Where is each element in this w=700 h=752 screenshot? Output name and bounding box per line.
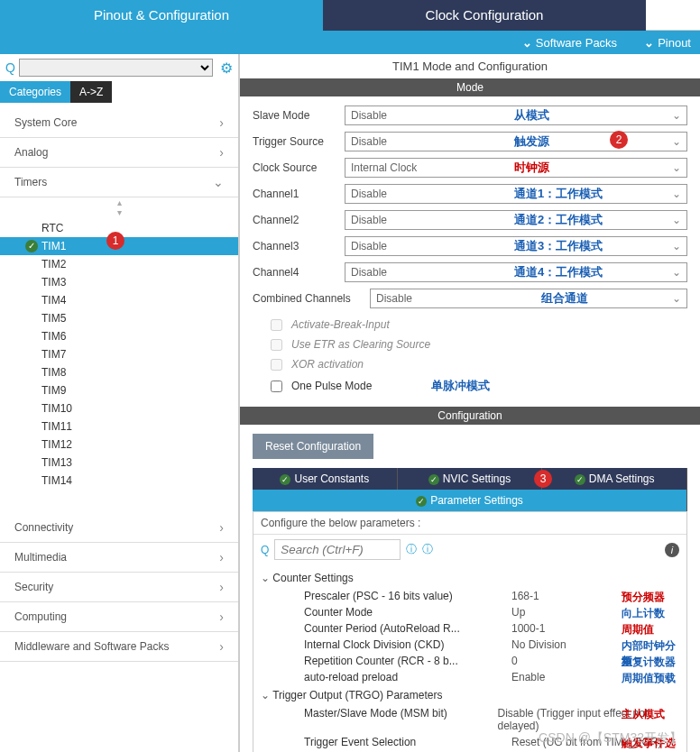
label-etr: Use ETR as Clearing Source <box>291 338 430 351</box>
reset-config-button[interactable]: Reset Configuration <box>253 434 373 459</box>
dropdown-software-packs[interactable]: Software Packs <box>522 36 644 50</box>
chevron-right-icon: › <box>219 610 224 624</box>
tab-parameter-settings[interactable]: Parameter Settings <box>253 490 687 511</box>
checkbox-one-pulse[interactable] <box>271 381 282 392</box>
label-channel2: Channel2 <box>253 214 345 226</box>
search-next-icon[interactable]: ⓘ <box>422 542 433 557</box>
label-break-input: Activate-Break-Input <box>291 318 390 331</box>
combo-channel3[interactable]: Disable <box>345 236 687 256</box>
section-middleware[interactable]: Middleware and Software Packs› <box>0 632 238 662</box>
ann-rcr: 重复计数器 <box>622 655 676 670</box>
tab-categories[interactable]: Categories <box>0 81 70 103</box>
timer-item-tim8[interactable]: TIM8 <box>0 363 238 381</box>
param-ckd-name: Internal Clock Division (CKD) <box>304 638 511 651</box>
label-xor: XOR activation <box>291 358 364 371</box>
param-counter-mode-name: Counter Mode <box>304 606 511 619</box>
combo-channel4[interactable]: Disable <box>345 262 687 282</box>
search-prev-icon[interactable]: ⓘ <box>406 542 417 557</box>
timer-item-tim13[interactable]: TIM13 <box>0 454 238 472</box>
label-one-pulse: One Pulse Mode <box>291 380 372 392</box>
combo-clock-source[interactable]: Internal Clock <box>345 158 687 178</box>
chevron-right-icon: › <box>219 550 224 564</box>
combo-channel2[interactable]: Disable <box>345 210 687 230</box>
section-timers[interactable]: Timers⌄ <box>0 168 238 197</box>
timer-item-tim7[interactable]: TIM7 <box>0 345 238 363</box>
timer-item-tim10[interactable]: TIM10 <box>0 399 238 417</box>
section-system-core[interactable]: System Core› <box>0 108 238 138</box>
chevron-down-icon: ⌄ <box>213 175 224 189</box>
timer-item-tim11[interactable]: TIM11 <box>0 417 238 436</box>
check-icon <box>575 472 585 485</box>
timer-item-tim9[interactable]: TIM9 <box>0 381 238 399</box>
section-multimedia[interactable]: Multimedia› <box>0 543 238 573</box>
timer-item-tim12[interactable]: TIM12 <box>0 436 238 454</box>
combo-channel1[interactable]: Disable <box>345 184 687 204</box>
callout-badge-3: 3 <box>534 470 552 488</box>
label-trigger-source: Trigger Source <box>253 135 345 148</box>
tab-pinout-config[interactable]: Pinout & Configuration <box>0 0 323 31</box>
tab-clock-config[interactable]: Clock Configuration <box>323 0 646 31</box>
checkbox-xor <box>271 359 282 371</box>
timer-item-tim14[interactable]: TIM14 <box>0 472 238 490</box>
tab-user-constants[interactable]: User Constants <box>253 468 398 490</box>
param-tes-name: Trigger Event Selection <box>304 736 511 748</box>
check-icon <box>416 494 427 507</box>
category-tree: System Core› Analog› Timers⌄ ▴▾ RTC TIM1… <box>0 103 238 752</box>
param-rcr-value[interactable]: 0 <box>511 655 602 667</box>
info-icon[interactable]: i <box>665 543 679 557</box>
ann-msm: 主从模式 <box>622 707 665 722</box>
chevron-right-icon: › <box>219 115 224 130</box>
param-title: Configure the below parameters : <box>253 512 686 535</box>
combo-slave-mode[interactable]: Disable <box>345 105 687 125</box>
peripheral-title: TIM1 Mode and Configuration <box>240 54 700 78</box>
grip-icon: ▴▾ <box>0 197 238 217</box>
param-search-input[interactable] <box>274 539 401 560</box>
param-rcr-name: Repetition Counter (RCR - 8 b... <box>304 655 511 667</box>
ann-tes: 触发事件选择 <box>622 736 679 752</box>
timer-item-tim3[interactable]: TIM3 <box>0 273 238 291</box>
search-icon: Q <box>261 544 269 556</box>
ann-psc: 预分频器 <box>622 590 665 605</box>
checkbox-etr <box>271 339 282 351</box>
param-counter-mode-value[interactable]: Up <box>511 606 602 619</box>
param-prescaler-value[interactable]: 168-1 <box>511 590 602 602</box>
search-select[interactable] <box>19 59 213 77</box>
param-prescaler-name: Prescaler (PSC - 16 bits value) <box>304 590 511 602</box>
param-ckd-value[interactable]: No Division <box>511 638 602 651</box>
gear-icon[interactable]: ⚙ <box>220 60 233 77</box>
callout-badge-1: 1 <box>106 232 124 250</box>
ann-period: 周期值 <box>622 622 654 637</box>
label-clock-source: Clock Source <box>253 161 345 174</box>
timer-item-tim5[interactable]: TIM5 <box>0 309 238 327</box>
param-preload-value[interactable]: Enable <box>511 671 602 683</box>
chevron-right-icon: › <box>219 145 224 160</box>
param-period-name: Counter Period (AutoReload R... <box>304 622 511 635</box>
group-counter-settings[interactable]: Counter Settings <box>261 572 679 584</box>
label-channel4: Channel4 <box>253 266 345 279</box>
timer-item-tim2[interactable]: TIM2 <box>0 255 238 273</box>
dropdown-pinout[interactable]: Pinout <box>644 36 700 50</box>
section-computing[interactable]: Computing› <box>0 602 238 632</box>
group-trgo[interactable]: Trigger Output (TRGO) Parameters <box>261 689 679 702</box>
combo-trigger-source[interactable]: Disable <box>345 132 687 151</box>
check-icon <box>428 472 439 485</box>
callout-badge-2: 2 <box>610 131 628 149</box>
ann-preload: 周期值预载 <box>622 671 676 686</box>
section-security[interactable]: Security› <box>0 573 238 602</box>
label-slave-mode: Slave Mode <box>253 109 345 122</box>
section-connectivity[interactable]: Connectivity› <box>0 513 238 543</box>
chevron-right-icon: › <box>219 520 224 535</box>
tab-az[interactable]: A->Z <box>70 81 112 103</box>
label-combined-channels: Combined Channels <box>253 292 370 305</box>
param-period-value[interactable]: 1000-1 <box>511 622 602 635</box>
param-preload-name: auto-reload preload <box>304 671 511 683</box>
label-channel1: Channel1 <box>253 188 345 200</box>
section-analog[interactable]: Analog› <box>0 138 238 168</box>
tab-blank <box>646 0 700 31</box>
label-channel3: Channel3 <box>253 240 345 252</box>
tab-dma-settings[interactable]: DMA Settings <box>542 468 687 490</box>
timer-item-tim6[interactable]: TIM6 <box>0 327 238 345</box>
combo-combined-channels[interactable]: Disable <box>370 289 687 308</box>
timer-item-tim4[interactable]: TIM4 <box>0 291 238 309</box>
tab-nvic-settings[interactable]: NVIC Settings <box>398 468 543 490</box>
